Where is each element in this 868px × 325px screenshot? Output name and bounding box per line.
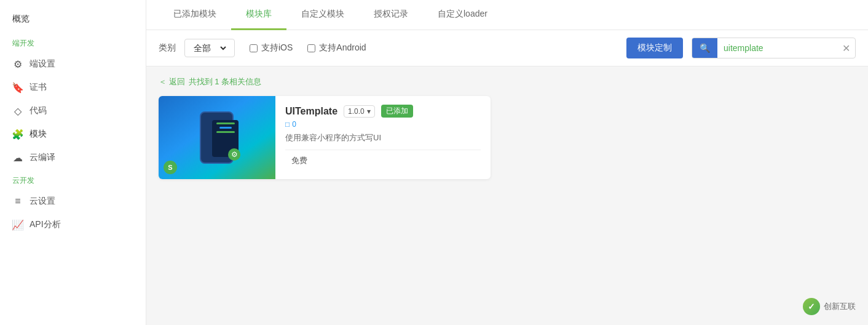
sidebar-item-module[interactable]: 🧩 模块: [0, 122, 146, 146]
price-label: 免费: [291, 155, 307, 166]
ios-checkbox[interactable]: [250, 44, 258, 52]
ios-filter-group: 支持iOS: [250, 42, 293, 54]
android-checkbox[interactable]: [307, 44, 315, 52]
tab-custom[interactable]: 自定义模块: [286, 0, 359, 30]
sidebar-item-cloud-compile[interactable]: ☁ 云编译: [0, 146, 146, 169]
added-badge: 已添加: [381, 105, 413, 118]
module-sub-icon: □: [285, 120, 290, 129]
category-select[interactable]: 全部: [191, 42, 228, 54]
sidebar-section-endpoint: 端开发: [0, 32, 146, 52]
cloud-icon: ☁: [12, 152, 23, 163]
tab-auth[interactable]: 授权记录: [359, 0, 423, 30]
module-card-body: UITemplate 1.0.0 ▾ 已添加 □ 0 使用兼容小程序的方式写UI…: [275, 96, 491, 179]
sidebar-item-label: 云设置: [30, 196, 55, 207]
module-footer: 免费: [285, 150, 481, 166]
version-value: 1.0.0: [348, 107, 365, 116]
screen-line-1: [216, 122, 235, 124]
ios-label: 支持iOS: [261, 42, 293, 54]
customize-button[interactable]: 模块定制: [626, 38, 683, 58]
sidebar-item-label: 代码: [30, 105, 47, 116]
module-icon: 🧩: [12, 129, 23, 140]
tab-added[interactable]: 已添加模块: [159, 0, 231, 30]
main-content: 已添加模块 模块库 自定义模块 授权记录 自定义loader 类别 全部 支持i…: [146, 0, 868, 325]
brand-name: 创新互联: [824, 301, 856, 312]
screen-line-3: [216, 131, 235, 133]
brand-watermark: ✓ 创新互联: [803, 298, 856, 315]
chart-icon: 📈: [12, 219, 23, 230]
category-select-wrapper[interactable]: 全部: [184, 39, 235, 57]
tab-custom-loader[interactable]: 自定义loader: [423, 0, 502, 30]
version-dropdown-icon: ▾: [367, 107, 371, 116]
deco-gear: ⚙: [228, 148, 240, 161]
module-sub-info: □ 0: [285, 120, 481, 129]
tab-library[interactable]: 模块库: [231, 0, 286, 30]
sidebar-item-label: 证书: [30, 82, 47, 93]
sidebar-item-cloud-settings[interactable]: ≡ 云设置: [0, 190, 146, 213]
sidebar-item-endpoint-settings[interactable]: ⚙ 端设置: [0, 52, 146, 76]
search-box: 🔍 ✕: [692, 38, 856, 58]
screen-line-2: [219, 127, 232, 129]
sidebar-section-cloud: 云开发: [0, 169, 146, 190]
search-icon: 🔍: [700, 43, 710, 53]
code-icon: ◇: [12, 105, 23, 116]
certificate-icon: 🔖: [12, 82, 23, 93]
tabs-bar: 已添加模块 模块库 自定义模块 授权记录 自定义loader: [146, 0, 868, 30]
gear-icon: ⚙: [12, 58, 23, 70]
version-select[interactable]: 1.0.0 ▾: [344, 105, 375, 118]
module-card-image: ⚙ S: [159, 96, 275, 179]
phone-illustration: ⚙: [192, 108, 242, 167]
search-button[interactable]: 🔍: [692, 38, 717, 58]
search-result-count: 共找到 1 条相关信息: [189, 76, 261, 87]
sidebar-item-label: 模块: [30, 129, 47, 140]
cloud-settings-icon: ≡: [12, 196, 23, 207]
back-info[interactable]: ＜ 返回 共找到 1 条相关信息: [159, 76, 856, 87]
search-input[interactable]: [717, 39, 837, 57]
sidebar-item-label: API分析: [30, 219, 61, 230]
sidebar-item-label: 端设置: [30, 58, 55, 70]
sidebar-item-certificate[interactable]: 🔖 证书: [0, 76, 146, 99]
module-card: ⚙ S UITemplate 1.0.0 ▾ 已添加 □ 0: [159, 96, 491, 179]
category-label: 类别: [159, 42, 176, 54]
sidebar-item-label: 云编译: [30, 152, 55, 163]
search-clear-icon[interactable]: ✕: [837, 42, 855, 54]
sidebar: 概览 端开发 ⚙ 端设置 🔖 证书 ◇ 代码 🧩 模块 ☁ 云编译 云开发 ≡ …: [0, 0, 146, 325]
s-badge: S: [164, 161, 177, 174]
module-description: 使用兼容小程序的方式写UI: [285, 132, 481, 143]
sidebar-item-code[interactable]: ◇ 代码: [0, 99, 146, 122]
android-label: 支持Android: [319, 42, 366, 54]
android-filter-group: 支持Android: [307, 42, 366, 54]
filter-bar: 类别 全部 支持iOS 支持Android 模块定制 🔍 ✕: [146, 30, 868, 66]
sidebar-item-api-analysis[interactable]: 📈 API分析: [0, 213, 146, 236]
sidebar-item-overview[interactable]: 概览: [0, 6, 146, 32]
back-arrow: ＜ 返回: [159, 76, 185, 87]
module-sub-count: 0: [292, 120, 296, 129]
brand-logo: ✓: [803, 298, 820, 315]
module-title-row: UITemplate 1.0.0 ▾ 已添加: [285, 105, 481, 118]
module-title: UITemplate: [285, 106, 337, 117]
content-area: ＜ 返回 共找到 1 条相关信息 ⚙: [146, 66, 868, 325]
